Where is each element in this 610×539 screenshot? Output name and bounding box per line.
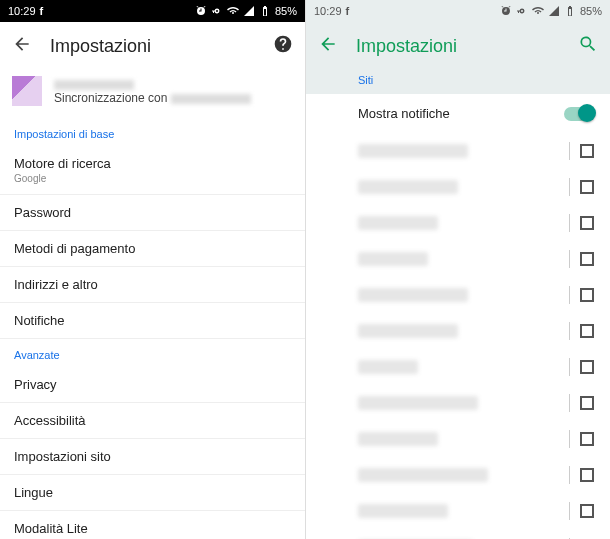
show-notifications-row[interactable]: Mostra notifiche <box>306 94 610 133</box>
signal-icon <box>548 5 560 17</box>
row-search-engine[interactable]: Motore di ricerca Google <box>0 146 305 195</box>
row-site-settings[interactable]: Impostazioni sito <box>0 439 305 475</box>
advanced-list: Privacy Accessibilità Impostazioni sito … <box>0 367 305 539</box>
site-label-redacted <box>358 468 488 482</box>
page-title: Impostazioni <box>356 36 560 57</box>
account-text: Sincronizzazione con <box>54 77 251 105</box>
row-languages[interactable]: Lingue <box>0 475 305 511</box>
section-advanced: Avanzate <box>0 339 305 367</box>
wifi-icon <box>532 5 544 17</box>
status-time: 10:29 <box>314 5 342 17</box>
site-row[interactable] <box>306 493 610 529</box>
site-row[interactable] <box>306 421 610 457</box>
site-checkbox[interactable] <box>580 252 594 266</box>
battery-pct: 85% <box>580 5 602 17</box>
site-label-redacted <box>358 144 468 158</box>
site-label-redacted <box>358 324 458 338</box>
divider <box>569 466 570 484</box>
divider <box>569 430 570 448</box>
appbar-right: Impostazioni <box>306 22 610 70</box>
site-label-redacted <box>358 288 468 302</box>
toggle-label: Mostra notifiche <box>358 106 450 121</box>
avatar <box>12 76 42 106</box>
site-row[interactable] <box>306 205 610 241</box>
site-checkbox[interactable] <box>580 216 594 230</box>
battery-icon <box>259 5 271 17</box>
divider <box>569 250 570 268</box>
site-label-redacted <box>358 432 438 446</box>
divider <box>569 322 570 340</box>
site-row[interactable] <box>306 313 610 349</box>
help-icon[interactable] <box>273 34 293 58</box>
search-icon[interactable] <box>578 34 598 58</box>
site-checkbox[interactable] <box>580 504 594 518</box>
row-lite-mode[interactable]: Modalità Lite Off <box>0 511 305 539</box>
site-label-redacted <box>358 252 428 266</box>
site-label-redacted <box>358 180 458 194</box>
site-checkbox[interactable] <box>580 180 594 194</box>
site-label-redacted <box>358 504 448 518</box>
row-notifications[interactable]: Notifiche <box>0 303 305 339</box>
vpn-key-icon <box>516 5 528 17</box>
battery-icon <box>564 5 576 17</box>
divider <box>569 214 570 232</box>
alarm-icon <box>195 5 207 17</box>
site-row[interactable] <box>306 385 610 421</box>
site-checkbox[interactable] <box>580 144 594 158</box>
site-label-redacted <box>358 216 438 230</box>
row-privacy[interactable]: Privacy <box>0 367 305 403</box>
status-time: 10:29 <box>8 5 36 17</box>
site-checkbox[interactable] <box>580 396 594 410</box>
row-password[interactable]: Password <box>0 195 305 231</box>
divider <box>569 394 570 412</box>
site-row[interactable] <box>306 457 610 493</box>
signal-icon <box>243 5 255 17</box>
back-button[interactable] <box>12 34 32 58</box>
alarm-icon <box>500 5 512 17</box>
divider <box>569 358 570 376</box>
section-basic: Impostazioni di base <box>0 118 305 146</box>
site-label-redacted <box>358 360 418 374</box>
battery-pct: 85% <box>275 5 297 17</box>
wifi-icon <box>227 5 239 17</box>
site-row[interactable] <box>306 241 610 277</box>
status-bar-left: 10:29 f 85% <box>0 0 305 22</box>
site-row[interactable] <box>306 169 610 205</box>
row-addresses[interactable]: Indirizzi e altro <box>0 267 305 303</box>
site-checkbox[interactable] <box>580 432 594 446</box>
divider <box>569 178 570 196</box>
site-row[interactable] <box>306 349 610 385</box>
account-row[interactable]: Sincronizzazione con <box>0 70 305 118</box>
divider <box>569 502 570 520</box>
facebook-icon: f <box>40 5 44 17</box>
appbar-left: Impostazioni <box>0 22 305 70</box>
site-row[interactable] <box>306 277 610 313</box>
status-bar-right: 10:29 f 85% <box>306 0 610 22</box>
divider <box>569 142 570 160</box>
facebook-icon: f <box>346 5 350 17</box>
site-list <box>306 133 610 539</box>
basic-list: Motore di ricerca Google Password Metodi… <box>0 146 305 339</box>
site-checkbox[interactable] <box>580 468 594 482</box>
divider <box>569 286 570 304</box>
row-accessibility[interactable]: Accessibilità <box>0 403 305 439</box>
site-row[interactable] <box>306 529 610 539</box>
page-title: Impostazioni <box>50 36 255 57</box>
back-button[interactable] <box>318 34 338 58</box>
site-label-redacted <box>358 396 478 410</box>
row-payment[interactable]: Metodi di pagamento <box>0 231 305 267</box>
site-row[interactable] <box>306 133 610 169</box>
site-checkbox[interactable] <box>580 360 594 374</box>
site-checkbox[interactable] <box>580 288 594 302</box>
show-notifications-toggle[interactable] <box>564 107 594 121</box>
vpn-key-icon <box>211 5 223 17</box>
site-checkbox[interactable] <box>580 324 594 338</box>
section-sites: Siti <box>306 70 610 94</box>
